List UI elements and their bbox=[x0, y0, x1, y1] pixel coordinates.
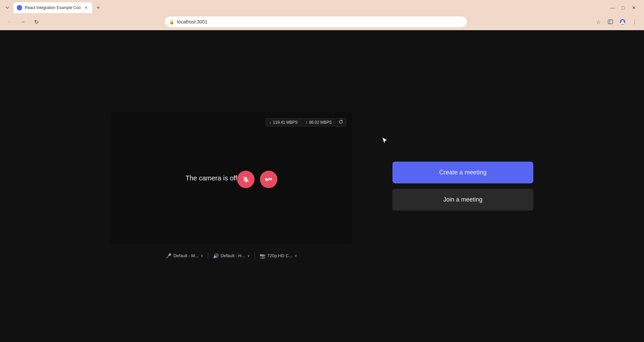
new-tab-button[interactable]: + bbox=[94, 3, 103, 12]
reload-button[interactable]: ↻ bbox=[31, 16, 42, 27]
browser-chrome: React Integration Example Coo ✕ + — □ ✕ … bbox=[0, 0, 644, 30]
upload-stat: ↑ 86.02 MBPS bbox=[302, 118, 335, 126]
profile-button[interactable] bbox=[617, 16, 628, 27]
camera-icon: 📷 bbox=[260, 253, 265, 259]
video-panel: ↓ 119.41 MBPS ↑ 86.02 MBPS bbox=[111, 112, 352, 261]
menu-button[interactable]: ⋮ bbox=[629, 16, 640, 27]
refresh-icon bbox=[339, 120, 343, 125]
speaker-chevron-icon: ∨ bbox=[247, 253, 250, 258]
address-bar[interactable]: 🔒 localhost:3001 bbox=[165, 16, 467, 27]
camera-selector[interactable]: 📷 720p HD C... ∨ bbox=[256, 251, 301, 261]
maximize-button[interactable]: □ bbox=[619, 3, 628, 12]
download-value: 119.41 MBPS bbox=[273, 120, 298, 125]
create-meeting-button[interactable]: Create a meeting bbox=[392, 162, 533, 183]
svg-rect-1 bbox=[608, 20, 613, 24]
speaker-label: Default - H... bbox=[221, 253, 245, 258]
camera-label: 720p HD C... bbox=[267, 253, 292, 258]
minimize-button[interactable]: — bbox=[608, 3, 617, 12]
tab-title: React Integration Example Coo bbox=[25, 5, 81, 10]
page-content: ↓ 119.41 MBPS ↑ 86.02 MBPS bbox=[0, 30, 644, 342]
address-text: localhost:3001 bbox=[177, 19, 463, 24]
tab-group-dropdown[interactable] bbox=[3, 3, 12, 12]
upload-value: 86.02 MBPS bbox=[309, 120, 332, 125]
camera-off-button[interactable] bbox=[260, 171, 277, 188]
speaker-selector[interactable]: 🔊 Default - H... ∨ bbox=[210, 251, 253, 261]
refresh-stat[interactable] bbox=[336, 118, 346, 127]
bookmark-button[interactable]: ☆ bbox=[593, 16, 604, 27]
upload-icon: ↑ bbox=[306, 120, 308, 125]
right-panel: Create a meeting Join a meeting bbox=[392, 162, 533, 211]
browser-actions: ☆ ⋮ bbox=[593, 16, 640, 27]
mic-label: Default - M... bbox=[173, 253, 198, 258]
address-bar-row: ← → ↻ 🔒 localhost:3001 ☆ ⋮ bbox=[0, 13, 644, 30]
device-divider-2 bbox=[255, 252, 255, 259]
tab-favicon bbox=[17, 5, 22, 10]
mic-icon: 🎤 bbox=[166, 253, 171, 259]
download-stat: ↓ 119.41 MBPS bbox=[266, 118, 302, 126]
window-controls: — □ ✕ bbox=[608, 3, 639, 12]
back-button[interactable]: ← bbox=[4, 16, 15, 27]
network-stats: ↓ 119.41 MBPS ↑ 86.02 MBPS bbox=[266, 118, 346, 127]
forward-button[interactable]: → bbox=[17, 16, 28, 27]
mute-button[interactable] bbox=[237, 171, 255, 188]
close-button[interactable]: ✕ bbox=[629, 3, 639, 12]
microphone-selector[interactable]: 🎤 Default - M... ∨ bbox=[162, 251, 206, 261]
main-layout: ↓ 119.41 MBPS ↑ 86.02 MBPS bbox=[0, 112, 644, 261]
download-icon: ↓ bbox=[269, 120, 271, 125]
tab-bar: React Integration Example Coo ✕ + — □ ✕ bbox=[0, 0, 644, 13]
tab-close-button[interactable]: ✕ bbox=[84, 5, 89, 10]
active-tab[interactable]: React Integration Example Coo ✕ bbox=[13, 2, 92, 13]
video-controls bbox=[237, 171, 277, 188]
video-container: ↓ 119.41 MBPS ↑ 86.02 MBPS bbox=[111, 112, 352, 244]
device-divider-1 bbox=[208, 252, 208, 259]
mic-chevron-icon: ∨ bbox=[201, 253, 203, 258]
camera-chevron-icon: ∨ bbox=[294, 253, 297, 258]
device-selectors: 🎤 Default - M... ∨ 🔊 Default - H... ∨ 📷 … bbox=[162, 251, 301, 261]
svg-point-0 bbox=[17, 6, 21, 10]
lock-icon: 🔒 bbox=[169, 19, 174, 24]
camera-off-text: The camera is off bbox=[185, 174, 237, 182]
speaker-icon: 🔊 bbox=[213, 253, 219, 259]
sidebar-button[interactable] bbox=[605, 16, 616, 27]
join-meeting-button[interactable]: Join a meeting bbox=[392, 189, 533, 211]
